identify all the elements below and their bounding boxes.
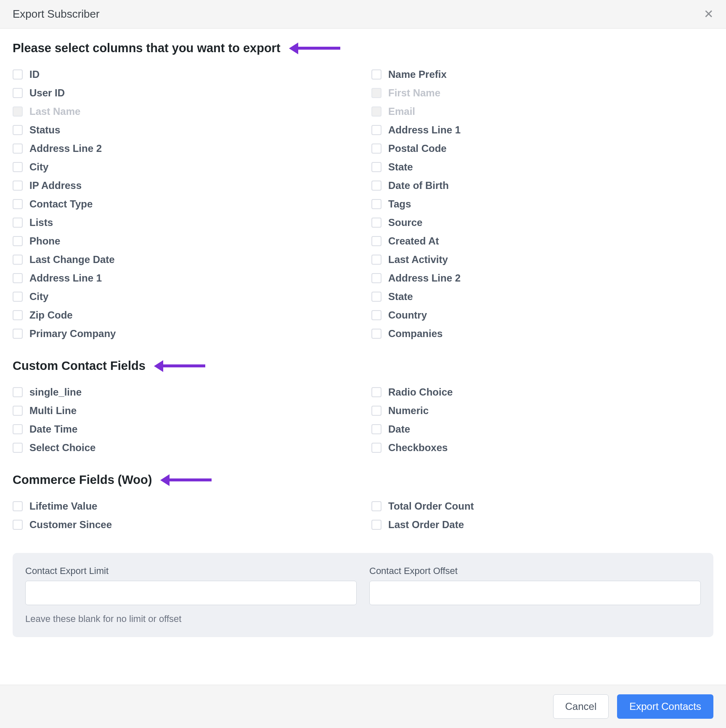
settings-grid: Contact Export Limit Contact Export Offs… bbox=[25, 566, 701, 605]
cancel-button[interactable]: Cancel bbox=[553, 694, 609, 719]
checkbox-row: State bbox=[371, 287, 713, 306]
checkbox-label: Contact Type bbox=[29, 198, 93, 210]
checkbox[interactable] bbox=[371, 406, 382, 416]
checkbox[interactable] bbox=[371, 255, 382, 265]
checkbox-row: Date bbox=[371, 420, 713, 438]
checkbox[interactable] bbox=[13, 69, 23, 80]
checkbox-row: Address Line 2 bbox=[13, 139, 355, 158]
checkbox-row: State bbox=[371, 158, 713, 176]
checkbox-row: City bbox=[13, 158, 355, 176]
checkbox-label: Customer Sincee bbox=[29, 519, 112, 531]
checkbox[interactable] bbox=[371, 424, 382, 434]
checkbox[interactable] bbox=[371, 181, 382, 191]
checkbox-label: Zip Code bbox=[29, 309, 73, 321]
section-title-text: Commerce Fields (Woo) bbox=[13, 473, 152, 487]
checkbox[interactable] bbox=[13, 329, 23, 339]
checkbox-row: Last Order Date bbox=[371, 515, 713, 534]
checkbox-label: Last Order Date bbox=[388, 519, 464, 531]
checkbox[interactable] bbox=[13, 501, 23, 511]
checkbox[interactable] bbox=[371, 443, 382, 453]
modal-title: Export Subscriber bbox=[13, 8, 100, 21]
checkbox[interactable] bbox=[13, 236, 23, 246]
checkbox-label: Email bbox=[388, 106, 415, 117]
commerce-left: Lifetime ValueCustomer Sincee bbox=[13, 497, 355, 534]
checkbox[interactable] bbox=[13, 162, 23, 172]
checkbox[interactable] bbox=[13, 406, 23, 416]
checkbox-label: Last Change Date bbox=[29, 254, 115, 266]
checkbox-label: Address Line 1 bbox=[388, 124, 461, 136]
checkbox-row: ID bbox=[13, 65, 355, 84]
checkbox-label: Select Choice bbox=[29, 442, 95, 454]
checkbox[interactable] bbox=[371, 125, 382, 135]
checkbox-row: Companies bbox=[371, 324, 713, 343]
checkbox[interactable] bbox=[371, 162, 382, 172]
section-title-text: Please select columns that you want to e… bbox=[13, 41, 281, 55]
checkbox[interactable] bbox=[13, 125, 23, 135]
checkbox[interactable] bbox=[371, 273, 382, 283]
checkbox-label: IP Address bbox=[29, 180, 82, 191]
checkbox-row: Address Line 1 bbox=[13, 269, 355, 287]
checkbox-row: Status bbox=[13, 121, 355, 139]
checkbox-label: State bbox=[388, 291, 413, 303]
close-icon[interactable]: ✕ bbox=[704, 8, 713, 20]
export-button[interactable]: Export Contacts bbox=[617, 694, 713, 719]
checkbox-row: Zip Code bbox=[13, 306, 355, 324]
checkbox-row: Multi Line bbox=[13, 401, 355, 420]
checkbox-row: Lifetime Value bbox=[13, 497, 355, 515]
section-title-commerce: Commerce Fields (Woo) bbox=[13, 473, 713, 487]
annotation-arrow-icon bbox=[160, 474, 212, 486]
checkbox-label: First Name bbox=[388, 87, 440, 99]
checkbox-label: Radio Choice bbox=[388, 386, 453, 398]
checkbox[interactable] bbox=[371, 520, 382, 530]
checkbox-label: City bbox=[29, 291, 48, 303]
modal-header: Export Subscriber ✕ bbox=[0, 0, 726, 29]
checkbox-row: Last Name bbox=[13, 102, 355, 121]
checkbox[interactable] bbox=[13, 143, 23, 154]
limit-field-group: Contact Export Limit bbox=[25, 566, 357, 605]
checkbox-row: Checkboxes bbox=[371, 438, 713, 457]
checkbox[interactable] bbox=[13, 292, 23, 302]
checkbox[interactable] bbox=[371, 218, 382, 228]
commerce-right: Total Order CountLast Order Date bbox=[371, 497, 713, 534]
checkbox[interactable] bbox=[13, 218, 23, 228]
checkbox[interactable] bbox=[13, 181, 23, 191]
checkbox-row: Tags bbox=[371, 195, 713, 213]
checkbox-row: Contact Type bbox=[13, 195, 355, 213]
checkbox[interactable] bbox=[371, 310, 382, 320]
checkbox[interactable] bbox=[13, 88, 23, 98]
checkbox-row: Date Time bbox=[13, 420, 355, 438]
checkbox[interactable] bbox=[13, 255, 23, 265]
checkbox-label: User ID bbox=[29, 87, 65, 99]
checkbox-label: Postal Code bbox=[388, 143, 447, 154]
checkbox-label: ID bbox=[29, 69, 40, 80]
checkbox-row: First Name bbox=[371, 84, 713, 102]
checkbox[interactable] bbox=[371, 199, 382, 209]
checkbox[interactable] bbox=[371, 292, 382, 302]
checkbox-row: Postal Code bbox=[371, 139, 713, 158]
checkbox-label: Last Activity bbox=[388, 254, 448, 266]
checkbox-label: Multi Line bbox=[29, 405, 77, 417]
offset-input[interactable] bbox=[369, 581, 701, 605]
offset-label: Contact Export Offset bbox=[369, 566, 701, 577]
checkbox[interactable] bbox=[371, 236, 382, 246]
checkbox-row: User ID bbox=[13, 84, 355, 102]
checkbox[interactable] bbox=[13, 310, 23, 320]
checkbox[interactable] bbox=[13, 443, 23, 453]
checkbox[interactable] bbox=[371, 501, 382, 511]
limit-input[interactable] bbox=[25, 581, 357, 605]
checkbox[interactable] bbox=[371, 69, 382, 80]
checkbox[interactable] bbox=[371, 387, 382, 397]
checkbox-label: Lifetime Value bbox=[29, 500, 97, 512]
section-title-columns: Please select columns that you want to e… bbox=[13, 41, 713, 55]
checkbox-row: IP Address bbox=[13, 176, 355, 195]
checkbox[interactable] bbox=[13, 424, 23, 434]
checkbox[interactable] bbox=[13, 387, 23, 397]
checkbox-row: Date of Birth bbox=[371, 176, 713, 195]
checkbox-label: Status bbox=[29, 124, 60, 136]
annotation-arrow-icon bbox=[289, 43, 340, 54]
checkbox[interactable] bbox=[13, 520, 23, 530]
checkbox[interactable] bbox=[13, 273, 23, 283]
checkbox[interactable] bbox=[371, 143, 382, 154]
checkbox[interactable] bbox=[371, 329, 382, 339]
checkbox[interactable] bbox=[13, 199, 23, 209]
